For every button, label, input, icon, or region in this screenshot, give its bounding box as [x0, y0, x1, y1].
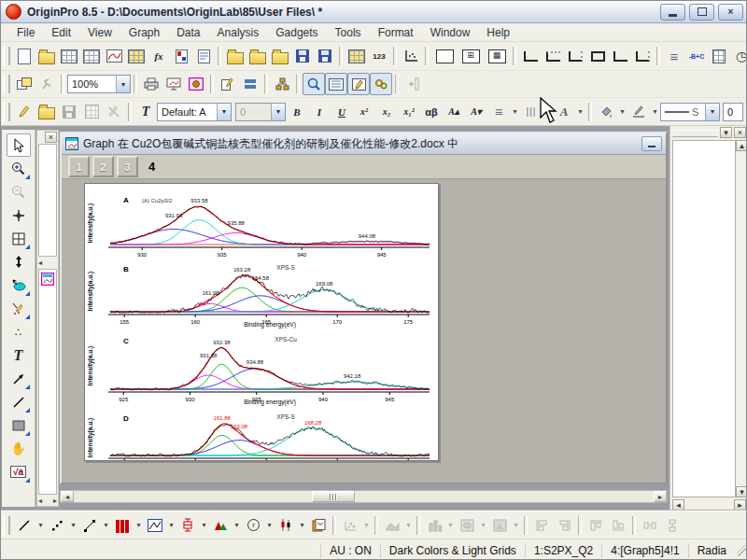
edit-mode-button[interactable]	[217, 73, 239, 95]
greek-button[interactable]: αβ	[420, 101, 443, 123]
right-panel-menu-icon[interactable]: ▾	[720, 127, 732, 138]
rhscroll-left-icon[interactable]: ◂	[672, 499, 684, 511]
subscript-button[interactable]: x₂	[375, 101, 398, 123]
bold-button[interactable]: B	[286, 101, 308, 123]
hscroll-thumb[interactable]	[312, 491, 355, 502]
script-window-button[interactable]	[347, 73, 370, 95]
open-template-button[interactable]	[247, 45, 269, 67]
line-style-dropdown-icon[interactable]: ▾	[705, 104, 719, 120]
menu-analysis[interactable]: Analysis	[209, 24, 268, 41]
swap-columns-button[interactable]: -B+C	[685, 45, 708, 67]
font-color-dropdown-icon[interactable]: ▾	[575, 102, 585, 122]
increase-font-button[interactable]: A▴	[443, 101, 465, 123]
menu-data[interactable]: Data	[168, 24, 208, 41]
align-dropdown-icon[interactable]: ▾	[510, 102, 520, 122]
spacing-dropdown-icon[interactable]: ▾	[543, 102, 553, 122]
strip-close-button[interactable]: ×	[45, 132, 57, 143]
restore-button[interactable]	[689, 4, 714, 21]
strip-tree-area[interactable]	[38, 144, 57, 257]
area-plot-dropdown-icon[interactable]: ▾	[232, 515, 242, 536]
stock-plot-dropdown-icon[interactable]: ▾	[297, 515, 307, 536]
graph-minimize-button[interactable]	[641, 136, 662, 151]
menu-view[interactable]: View	[79, 24, 120, 41]
line-color-button[interactable]	[627, 101, 650, 123]
rhscroll-right-icon[interactable]: ▸	[734, 499, 746, 511]
right-panel-vscrollbar[interactable]: ▴ ▾	[736, 139, 747, 498]
line-width-field[interactable]: 0	[723, 103, 743, 121]
strip-scroll-right2-icon[interactable]: ▸	[53, 497, 57, 505]
resize-grip[interactable]	[737, 545, 747, 556]
new-graph-button[interactable]	[103, 45, 125, 67]
view-windows-button[interactable]	[325, 73, 347, 95]
fill-color-dropdown-icon[interactable]: ▾	[617, 102, 627, 122]
axis-box-button[interactable]	[586, 45, 609, 67]
video-mode-button[interactable]	[185, 73, 207, 95]
data-selector-tool-button[interactable]	[7, 250, 31, 273]
style-combo[interactable]: Default: A ▾	[157, 103, 232, 121]
date-time-button[interactable]: ◷	[730, 45, 747, 67]
dots-tool-button[interactable]: ∴	[7, 320, 31, 343]
italic-button[interactable]: I	[308, 101, 331, 123]
close-button[interactable]: ×	[718, 4, 743, 21]
mask-tool-button[interactable]	[7, 273, 31, 297]
decrease-font-button[interactable]: A▾	[465, 101, 487, 123]
line-plot-dropdown-icon[interactable]: ▾	[35, 515, 46, 536]
rescale-axes-button[interactable]	[400, 45, 422, 67]
save-project-button[interactable]	[291, 45, 314, 67]
duplicate-window-button[interactable]	[13, 73, 35, 95]
box-plot-dropdown-icon[interactable]: ▾	[199, 515, 209, 536]
data-reader-tool-button[interactable]	[7, 227, 31, 250]
text-style-button[interactable]: T	[134, 101, 157, 123]
strip-scroll-left-icon[interactable]: ◂	[38, 259, 42, 267]
new-table-button[interactable]	[125, 45, 148, 67]
font-color-button[interactable]: A	[553, 101, 575, 123]
strip-scroll-left2-icon[interactable]: ◂	[38, 497, 42, 505]
line-plot-button[interactable]	[13, 514, 35, 537]
menu-format[interactable]: Format	[370, 24, 422, 41]
column-plot-button[interactable]	[111, 514, 134, 537]
strip-scrollbar[interactable]: ◂	[37, 258, 58, 268]
polar-plot-button[interactable]: r	[242, 514, 264, 537]
axis-right-button[interactable]	[564, 45, 586, 67]
subsuperscript-button[interactable]: x₁²	[398, 101, 420, 123]
layer-tab-1[interactable]: 1	[68, 156, 90, 177]
new-project-button[interactable]	[13, 45, 35, 67]
active-layer-indicator[interactable]: 4	[148, 160, 155, 174]
toolbar-grip[interactable]	[3, 516, 10, 535]
new-worksheet-button[interactable]	[58, 45, 80, 67]
stock-plot-button[interactable]	[275, 514, 297, 537]
scatter-plot-dropdown-icon[interactable]: ▾	[68, 515, 78, 536]
four-panel-layout-button[interactable]: ⊞	[458, 45, 484, 67]
underline-button[interactable]: U	[331, 101, 353, 123]
project-structure-button[interactable]	[271, 73, 293, 95]
single-panel-layout-button[interactable]	[431, 45, 458, 67]
style-dropdown-icon[interactable]: ▾	[217, 104, 231, 120]
import-wizard-button[interactable]	[345, 45, 368, 67]
right-panel-grip[interactable]	[672, 130, 718, 137]
open-excel-button[interactable]	[269, 45, 291, 67]
new-notes-button[interactable]	[192, 45, 215, 67]
graph-window-title-bar[interactable]: Graph 在 Cu2O包覆碱式铜盐核壳型催化剂的研制及催化性能-修改2.doc…	[62, 133, 666, 155]
axis-step-button[interactable]	[609, 45, 631, 67]
open-project-button[interactable]	[35, 45, 58, 67]
template-library-button[interactable]	[307, 514, 330, 537]
print-button[interactable]	[140, 73, 162, 95]
code-builder-button[interactable]	[370, 73, 392, 95]
superscript-button[interactable]: x²	[353, 101, 375, 123]
slide-show-button[interactable]	[162, 73, 185, 95]
new-function-button[interactable]: fx	[148, 45, 170, 67]
zoom-in-tool-button[interactable]	[7, 157, 31, 180]
menu-file[interactable]: File	[8, 24, 43, 41]
toolbar-grip[interactable]	[3, 75, 10, 93]
graph-page[interactable]: 930935940945Intensity(a.u.)A(A) Cu2p3/29…	[84, 183, 439, 461]
menu-window[interactable]: Window	[422, 24, 479, 41]
line-symbol-plot-button[interactable]	[78, 514, 101, 537]
spacing-button[interactable]: |||	[520, 101, 543, 123]
polar-plot-dropdown-icon[interactable]: ▾	[264, 515, 275, 536]
menu-graph[interactable]: Graph	[120, 24, 168, 41]
new-matrix-button[interactable]	[80, 45, 103, 67]
column-stats-button[interactable]	[708, 45, 730, 67]
multi-axis-plot-button[interactable]	[144, 514, 166, 537]
area-plot-button[interactable]	[209, 514, 232, 537]
box-plot-button[interactable]	[176, 514, 199, 537]
